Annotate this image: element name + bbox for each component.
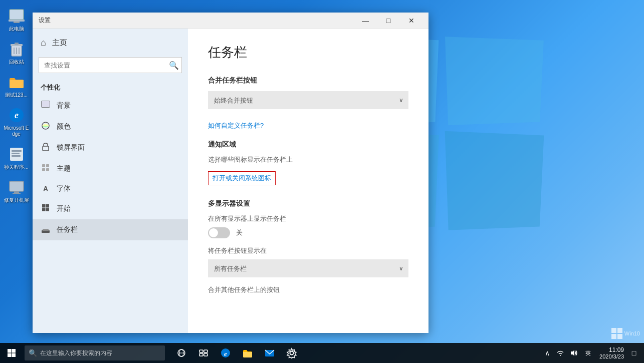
taskbar-settings[interactable] [281,343,302,363]
multi-monitor-title: 多显示器设置 [208,199,408,208]
svg-rect-17 [14,191,19,193]
svg-rect-25 [42,168,45,171]
how-to-customize-group: 如何自定义任务栏? [208,118,408,130]
svg-rect-42 [199,353,203,356]
tray-volume[interactable] [567,343,579,363]
notification-area-title: 通知区域 [208,140,408,149]
toggle-knob [209,228,218,237]
svg-rect-24 [46,164,49,167]
desktop-icon-this-pc[interactable]: 此电脑 [2,5,32,34]
taskbar-sidebar-label: 任务栏 [57,225,78,234]
taskbar-explorer[interactable] [237,343,258,363]
sidebar-item-taskbar[interactable]: 任务栏 [33,219,188,240]
taskbar-buttons-dropdown-wrapper: 所有任务栏 ∨ [208,259,408,277]
taskbar-app-icons: e [171,343,302,363]
tray-language[interactable]: 英 [580,343,595,363]
lockscreen-label: 锁屏界面 [57,143,85,152]
taskbar: 🔍 在这里输入你要搜索的内容 [0,343,644,363]
sidebar-search-icon[interactable]: 🔍 [168,59,180,71]
svg-rect-20 [42,101,50,107]
taskbar-icon [41,224,51,235]
window-controls: — □ ✕ [354,13,422,29]
combine-buttons-dropdown-wrapper: 始终合并按钮 ∨ [208,91,408,109]
win-text: Win10 [624,330,640,336]
notification-area-desc: 选择哪些图标显示在任务栏上 [208,155,408,164]
color-icon [41,121,51,132]
recycle-bin-label: 回收站 [9,59,24,65]
taskbar-buttons-select[interactable]: 所有任务栏 [208,259,408,277]
this-pc-label: 此电脑 [9,26,24,32]
multi-monitor-group: 多显示器设置 在所有显示器上显示任务栏 关 将任务栏按钮显示在 所有任务栏 [208,199,408,294]
taskbar-edge[interactable]: e [215,343,236,363]
svg-rect-35 [8,353,12,357]
sidebar-item-font[interactable]: A 字体 [33,179,188,198]
tray-date: 2020/3/23 [599,353,624,359]
taskbar-mail[interactable] [259,343,280,363]
taskbar-search-text: 在这里输入你要搜索的内容 [40,349,112,357]
maximize-button[interactable]: □ [377,13,399,29]
minimize-button[interactable]: — [354,13,376,29]
desktop-icon-folder[interactable]: 测试123... [2,71,32,100]
taskbar-task-view[interactable] [171,343,192,363]
this-pc-icon [8,7,26,25]
edge-label: Microsoft Edge [4,125,30,137]
lockscreen-icon [41,142,51,153]
svg-rect-12 [12,150,22,152]
page-title: 任务栏 [208,44,408,61]
sidebar-search-area: 🔍 [39,57,182,73]
folder-label: 测试123... [5,92,28,98]
combine-buttons-title: 合并任务栏按钮 [208,76,408,85]
sidebar-item-color[interactable]: 颜色 [33,116,188,137]
sidebar-item-theme[interactable]: 主题 [33,158,188,179]
toggle-row: 关 [208,227,408,238]
settings-window: 设置 — □ ✕ ⌂ 主页 🔍 个性化 [33,13,428,333]
window-title: 设置 [39,16,354,25]
desktop-icon-recycle-bin[interactable]: 回收站 [2,38,32,67]
svg-text:e: e [224,350,227,357]
show-taskbar-toggle[interactable] [208,227,230,238]
close-button[interactable]: ✕ [400,13,422,29]
desktop-icon-shortcut[interactable]: 秒关程序... [2,143,32,172]
notification-area-group: 通知区域 选择哪些图标显示在任务栏上 打开或关闭系统图标 [208,140,408,185]
home-label: 主页 [52,38,67,48]
tray-network[interactable] [554,343,566,363]
show-taskbar-all-monitors-label: 在所有显示器上显示任务栏 [208,214,408,223]
svg-rect-30 [46,208,50,212]
svg-rect-23 [42,164,45,167]
svg-rect-18 [13,193,21,194]
sidebar-search-input[interactable] [39,57,182,73]
how-to-customize-link[interactable]: 如何自定义任务栏? [208,121,264,130]
desktop: 此电脑 回收站 测试123... [0,0,644,363]
svg-rect-32 [43,229,49,231]
toggle-state-label: 关 [236,228,243,237]
svg-marker-48 [571,350,574,356]
desktop-icon-edge[interactable]: e Microsoft Edge [2,104,32,139]
taskbar-search-icon: 🔍 [29,349,37,357]
svg-rect-14 [12,155,21,157]
taskbar-task-switcher[interactable] [193,343,214,363]
svg-rect-0 [10,10,24,20]
start-icon [41,203,51,214]
combine-buttons-select[interactable]: 始终合并按钮 [208,91,408,109]
taskbar-search-bar[interactable]: 🔍 在这里输入你要搜索的内容 [25,345,165,360]
svg-rect-5 [15,43,19,45]
sidebar-item-start[interactable]: 开始 [33,198,188,219]
settings-sidebar: ⌂ 主页 🔍 个性化 背景 [33,29,188,333]
tray-chevron[interactable]: ∧ [541,343,553,363]
svg-point-47 [290,351,294,355]
tray-notification[interactable]: □ [628,343,640,363]
start-button[interactable] [0,343,23,363]
tray-clock[interactable]: 11:09 2020/3/23 [596,343,627,363]
desktop-icon-repair[interactable]: 修复开机屏 [2,176,32,205]
sidebar-home[interactable]: ⌂ 主页 [33,33,188,53]
combine-other-taskbars-label: 合并其他任务栏上的按钮 [208,285,408,294]
sidebar-item-lockscreen[interactable]: 锁屏界面 [33,137,188,158]
recycle-bin-icon [8,40,26,58]
svg-rect-2 [14,22,20,23]
taskbar-tray: ∧ 英 [539,343,642,363]
theme-label: 主题 [57,164,71,173]
sidebar-item-background[interactable]: 背景 [33,95,188,116]
win-watermark: Win10 [611,328,640,339]
open-close-system-icons-link[interactable]: 打开或关闭系统图标 [208,171,276,185]
settings-main-content: 任务栏 合并任务栏按钮 始终合并按钮 ∨ 如何自定义任务栏? [188,29,428,333]
